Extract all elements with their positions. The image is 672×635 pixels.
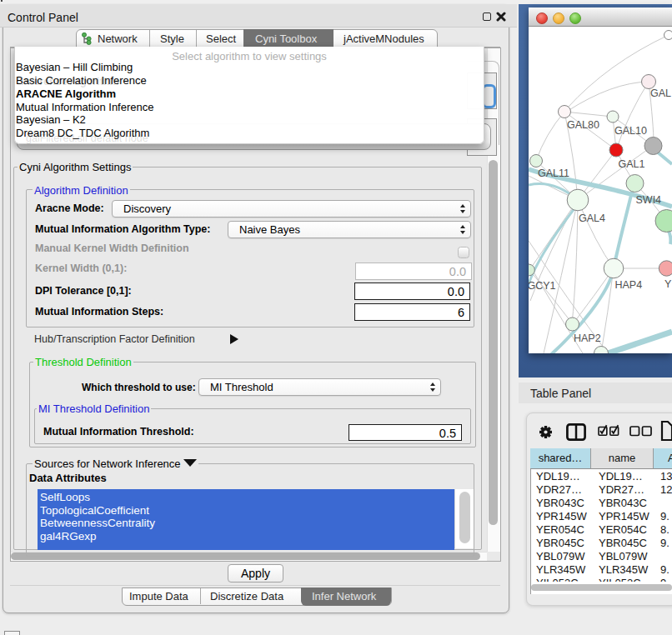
svg-text:GAL80: GAL80 xyxy=(567,119,599,131)
svg-text:HAP2: HAP2 xyxy=(574,332,601,344)
svg-text:SWI4: SWI4 xyxy=(636,194,662,206)
svg-text:GAL10: GAL10 xyxy=(614,125,647,137)
svg-text:GAL11: GAL11 xyxy=(538,168,569,179)
svg-text:GAL4: GAL4 xyxy=(579,212,605,224)
svg-text:GAL1: GAL1 xyxy=(619,158,645,170)
svg-text:GAL: GAL xyxy=(650,88,671,99)
svg-text:HAP4: HAP4 xyxy=(615,279,643,291)
svg-text:Y: Y xyxy=(664,278,672,290)
svg-text:GCY1: GCY1 xyxy=(529,280,556,292)
